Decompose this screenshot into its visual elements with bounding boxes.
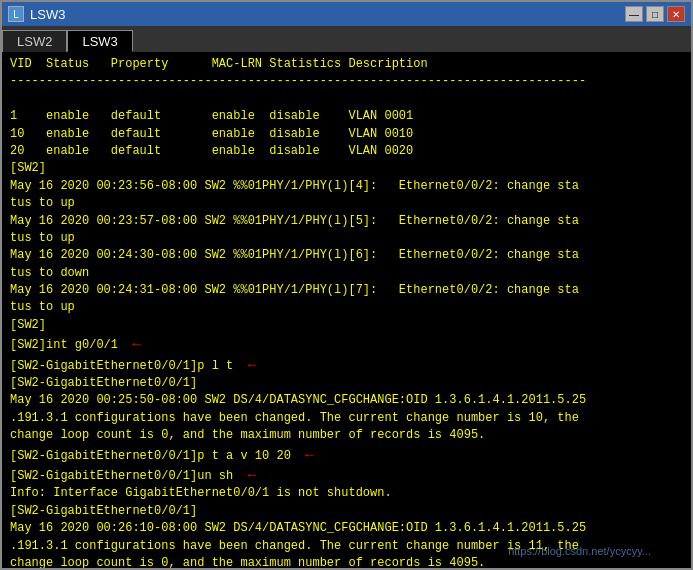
terminal-line-11: tus to down	[10, 265, 683, 282]
terminal-area[interactable]: VID Status Property MAC-LRN Statistics D…	[2, 52, 691, 568]
tab-bar: LSW2 LSW3	[2, 26, 691, 52]
title-bar-left: L LSW3	[8, 6, 65, 22]
arrow-4: ←	[248, 467, 256, 483]
terminal-line-24: [SW2-GigabitEthernet0/0/1]	[10, 503, 683, 520]
terminal-line-8: May 16 2020 00:23:57-08:00 SW2 %%01PHY/1…	[10, 213, 683, 230]
terminal-line-22: [SW2-GigabitEthernet0/0/1]un sh ←	[10, 465, 683, 485]
tab-lsw2[interactable]: LSW2	[2, 30, 67, 52]
minimize-button[interactable]: —	[625, 6, 643, 22]
terminal-line-blank1	[10, 91, 683, 108]
watermark: https://blog.csdn.net/ycycyy...	[508, 544, 651, 560]
title-bar: L LSW3 — □ ✕	[2, 2, 691, 26]
terminal-line-0: VID Status Property MAC-LRN Statistics D…	[10, 56, 683, 73]
terminal-line-1: ----------------------------------------…	[10, 73, 683, 90]
terminal-line-9: tus to up	[10, 230, 683, 247]
terminal-line-23: Info: Interface GigabitEthernet0/0/1 is …	[10, 485, 683, 502]
terminal-line-4: 20 enable default enable disable VLAN 00…	[10, 143, 683, 160]
terminal-line-10: May 16 2020 00:24:30-08:00 SW2 %%01PHY/1…	[10, 247, 683, 264]
terminal-line-18: May 16 2020 00:25:50-08:00 SW2 DS/4/DATA…	[10, 392, 683, 409]
arrow-1: ←	[132, 336, 140, 352]
tab-lsw3[interactable]: LSW3	[67, 30, 132, 52]
terminal-line-7: tus to up	[10, 195, 683, 212]
terminal-line-15: [SW2]int g0/0/1 ←	[10, 334, 683, 354]
terminal-line-17: [SW2-GigabitEthernet0/0/1]	[10, 375, 683, 392]
close-button[interactable]: ✕	[667, 6, 685, 22]
title-bar-controls: — □ ✕	[625, 6, 685, 22]
terminal-line-25: May 16 2020 00:26:10-08:00 SW2 DS/4/DATA…	[10, 520, 683, 537]
terminal-line-5: [SW2]	[10, 160, 683, 177]
terminal-line-16: [SW2-GigabitEthernet0/0/1]p l t ←	[10, 355, 683, 375]
terminal-line-6: May 16 2020 00:23:56-08:00 SW2 %%01PHY/1…	[10, 178, 683, 195]
arrow-2: ←	[248, 357, 256, 373]
main-window: L LSW3 — □ ✕ LSW2 LSW3 VID Status Proper…	[0, 0, 693, 570]
maximize-button[interactable]: □	[646, 6, 664, 22]
terminal-line-12: May 16 2020 00:24:31-08:00 SW2 %%01PHY/1…	[10, 282, 683, 299]
terminal-line-21: [SW2-GigabitEthernet0/0/1]p t a v 10 20 …	[10, 445, 683, 465]
window-icon: L	[8, 6, 24, 22]
terminal-line-2: 1 enable default enable disable VLAN 000…	[10, 108, 683, 125]
terminal-line-20: change loop count is 0, and the maximum …	[10, 427, 683, 444]
arrow-3: ←	[305, 447, 313, 463]
window-title: LSW3	[30, 7, 65, 22]
terminal-line-14: [SW2]	[10, 317, 683, 334]
terminal-line-3: 10 enable default enable disable VLAN 00…	[10, 126, 683, 143]
terminal-line-13: tus to up	[10, 299, 683, 316]
terminal-line-19: .191.3.1 configurations have been change…	[10, 410, 683, 427]
